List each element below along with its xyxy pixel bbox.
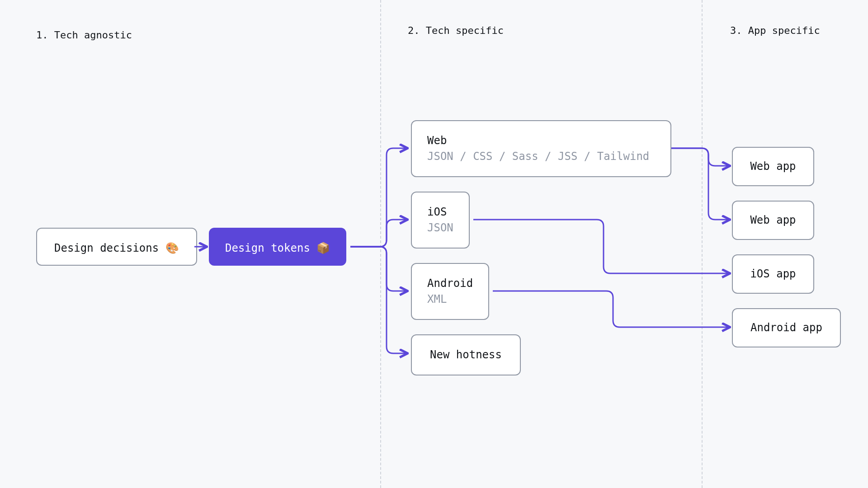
node-app-web-2: Web app <box>732 201 814 240</box>
section-label-tech-specific: 2. Tech specific <box>408 25 504 36</box>
node-app-web-1: Web app <box>732 147 814 186</box>
column-divider-1 <box>380 0 381 488</box>
node-new-hotness: New hotness <box>411 334 521 375</box>
node-ios: iOS JSON <box>411 192 470 249</box>
section-label-tech-agnostic: 1. Tech agnostic <box>36 29 132 41</box>
node-app-ios: iOS app <box>732 254 814 294</box>
node-design-tokens: Design tokens 📦 <box>209 228 346 266</box>
node-android: Android XML <box>411 263 489 320</box>
node-android-title: Android <box>427 277 473 290</box>
section-label-app-specific: 3. App specific <box>730 25 820 36</box>
node-ios-sub: JSON <box>427 220 453 236</box>
node-ios-title: iOS <box>427 206 447 218</box>
column-divider-2 <box>702 0 703 488</box>
node-web-title: Web <box>427 134 447 147</box>
node-web-sub: JSON / CSS / Sass / JSS / Tailwind <box>427 149 655 164</box>
node-design-decisions: Design decisions 🎨 <box>36 228 197 266</box>
node-web: Web JSON / CSS / Sass / JSS / Tailwind <box>411 120 671 177</box>
node-android-sub: XML <box>427 291 473 307</box>
node-app-android: Android app <box>732 308 841 347</box>
